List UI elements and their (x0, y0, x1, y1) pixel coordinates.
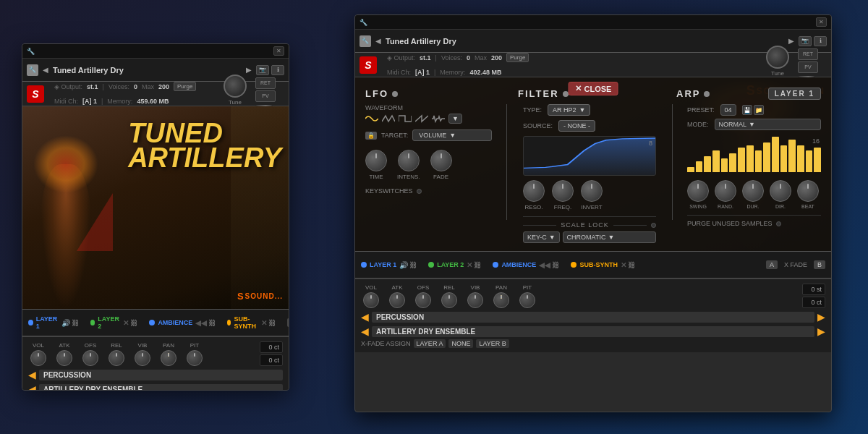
arrow-right[interactable]: ▶ (244, 66, 253, 74)
ofs-knob-s[interactable] (82, 350, 98, 366)
info-btn[interactable]: ℹ (271, 65, 284, 75)
ni-close-l[interactable]: ✕ (816, 17, 827, 27)
ni-close[interactable]: ✕ (273, 46, 284, 56)
purge-btn-l[interactable]: Purge (506, 53, 529, 62)
midich-label-l: Midi Ch: (387, 69, 411, 76)
source-dropdown[interactable]: - NONE - (558, 120, 595, 132)
preset-right2-l[interactable]: ▶ (817, 326, 825, 337)
xfade-row-l: X-FADE ASSIGN LAYER A NONE LAYER B (361, 339, 825, 348)
pan-indicator-l (501, 295, 502, 299)
save-preset-btn[interactable]: 💾 (742, 105, 752, 115)
preset-cat-l: PERCUSSION (372, 312, 814, 323)
layer2-tab-s[interactable]: LAYER 2 ✕⛓ (90, 315, 138, 330)
subsynth-tab-l[interactable]: SUB-SYNTH ✕⛓ (571, 261, 635, 269)
arrow-left-l[interactable]: ◀ (374, 37, 383, 45)
keyswitches-led[interactable] (417, 189, 422, 194)
filter-graph-number: 8 (649, 140, 652, 147)
invert-knob[interactable] (581, 180, 603, 202)
pit-knob-l[interactable] (519, 292, 535, 308)
b-tab-l[interactable]: B (814, 260, 825, 269)
overlay-panel: ✕ CLOSE LFO FILTER ARP LAYER 1 (355, 77, 831, 251)
type-dropdown[interactable]: AR HP2 ▼ (548, 104, 590, 116)
arrow-right-l[interactable]: ▶ (787, 37, 796, 45)
target-dropdown[interactable]: VOLUME ▼ (412, 129, 492, 141)
scale-lock-led[interactable] (651, 223, 656, 228)
close-panel-btn[interactable]: ✕ CLOSE (569, 82, 618, 95)
layer-b-val-l: LAYER B (476, 339, 509, 348)
subsynth-tab-s[interactable]: SUB-SYNTH ✕⛓ (227, 315, 276, 330)
pv-btn[interactable]: PV (255, 90, 276, 102)
camera-btn[interactable]: 📷 (256, 65, 269, 75)
arrow-left[interactable]: ◀ (41, 66, 50, 74)
arp-grid[interactable] (687, 136, 821, 172)
layer1-tab-l[interactable]: LAYER 1 🔊⛓ (361, 261, 417, 269)
wave-dropdown[interactable]: ▼ (448, 114, 462, 124)
wave-sine[interactable] (365, 114, 378, 123)
ret-btn-l[interactable]: RET (798, 48, 818, 60)
purge-btn-small[interactable]: Purge (174, 82, 196, 91)
lock-icon[interactable]: 🔒 (365, 132, 377, 140)
scale-dropdown[interactable]: CHROMATIC ▼ (563, 231, 656, 243)
wave-sawtooth[interactable] (415, 114, 428, 123)
info-btn-l[interactable]: ℹ (814, 36, 827, 46)
rel-knob-s[interactable] (109, 350, 124, 366)
a-tab-l[interactable]: A (766, 260, 778, 269)
preset-left-s[interactable]: ◀ (28, 369, 36, 380)
vol-knob-l[interactable] (363, 292, 379, 308)
rel-knob-l[interactable] (441, 292, 457, 308)
preset-name-row-l: ◀ ARTILLERY DRY ENSEMBLE ▶ (361, 326, 825, 337)
ambience-tab-l[interactable]: AMBIENCE ◀◀⛓ (493, 261, 559, 269)
arp-dot (704, 91, 710, 97)
wave-square[interactable] (399, 114, 412, 123)
preset-dropdown[interactable]: 04 (720, 104, 736, 116)
purge-unused-led[interactable] (776, 221, 781, 226)
max-value: 200 (158, 83, 169, 90)
tune-knob-l[interactable] (766, 46, 789, 69)
dur-knob[interactable] (742, 180, 764, 202)
pv-btn-l[interactable]: PV (798, 61, 818, 73)
mode-label-arp: MODE: (687, 121, 709, 128)
load-preset-btn[interactable]: 📁 (754, 105, 764, 115)
wave-custom[interactable] (432, 114, 445, 123)
time-knob[interactable] (365, 150, 387, 171)
freq-knob[interactable] (552, 180, 574, 202)
reso-knob[interactable] (523, 180, 545, 202)
dir-knob[interactable] (770, 180, 791, 202)
preset-left2-s[interactable]: ◀ (28, 383, 36, 391)
layer2-icons-s: ✕⛓ (123, 319, 137, 327)
vib-knob-s[interactable] (135, 350, 150, 366)
subsynth-label-s: SUB-SYNTH (234, 315, 258, 330)
atk-knob-s[interactable] (56, 350, 72, 366)
preset-right-l[interactable]: ▶ (817, 311, 825, 323)
mode-dropdown[interactable]: NORMAL ▼ (715, 119, 821, 130)
fade-knob[interactable] (430, 150, 452, 171)
pan-knob-s[interactable] (161, 350, 176, 366)
ambience-tab-s[interactable]: AMBIENCE ◀◀⛓ (149, 319, 216, 327)
arp-top-row-1: PRESET: 04 💾 📁 (687, 104, 821, 116)
layer2-tab-l[interactable]: LAYER 2 ✕⛓ (428, 261, 481, 269)
preset-left2-l[interactable]: ◀ (361, 326, 369, 337)
key-dropdown[interactable]: KEY-C ▼ (523, 231, 560, 243)
key-label: KEY-C (527, 234, 547, 241)
wave-triangle[interactable] (382, 114, 395, 123)
vib-knob-l[interactable] (467, 292, 483, 308)
rand-knob[interactable] (715, 180, 736, 202)
ret-btn[interactable]: RET (255, 77, 276, 89)
fade-knob-g: FADE (430, 150, 452, 180)
preset-left-l[interactable]: ◀ (361, 311, 369, 323)
freq-label: FREQ. (554, 204, 571, 210)
vol-knob-s[interactable] (30, 350, 46, 366)
output-label-l: ◈ Output: (387, 54, 415, 61)
filter-section: TYPE: AR HP2 ▼ SOURCE: - NONE - (514, 104, 665, 220)
pit-knob-s[interactable] (187, 350, 203, 366)
pan-knob-l[interactable] (493, 292, 509, 308)
beat-knob[interactable] (797, 180, 819, 202)
tune-knob-small[interactable] (224, 75, 247, 98)
xfade-tab-l[interactable]: X FADE (780, 260, 811, 269)
atk-knob-l[interactable] (389, 292, 405, 308)
camera-btn-l[interactable]: 📷 (799, 36, 812, 46)
intens-knob[interactable] (398, 150, 420, 171)
swing-knob[interactable] (687, 180, 709, 202)
layer1-tab-s[interactable]: LAYER 1 🔊⛓ (28, 315, 79, 330)
ofs-knob-l[interactable] (415, 292, 431, 308)
